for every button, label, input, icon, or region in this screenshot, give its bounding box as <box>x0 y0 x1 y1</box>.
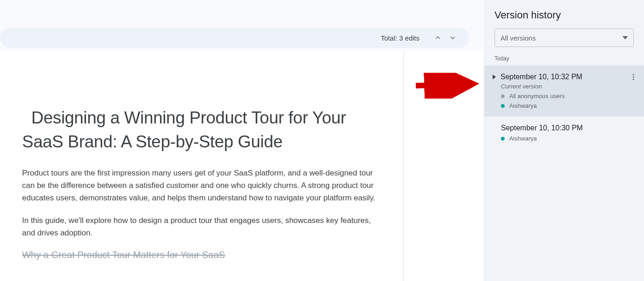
version-options-button[interactable] <box>629 73 638 83</box>
author-row: Aishwarya <box>501 102 634 109</box>
svg-point-1 <box>633 76 634 78</box>
author-dot-icon <box>501 137 505 140</box>
chevron-up-icon <box>434 34 442 42</box>
version-timestamp: September 10, 10:30 PM <box>501 124 583 132</box>
expand-triangle-icon[interactable] <box>493 75 496 79</box>
author-dot-icon <box>501 94 505 98</box>
version-header: September 10, 10:32 PM <box>494 73 634 81</box>
kebab-icon <box>629 73 638 81</box>
edits-bar: Total: 3 edits <box>0 28 469 48</box>
document-title: Designing a Winning Product Tour for You… <box>22 106 381 154</box>
prev-edit-button[interactable] <box>431 30 445 45</box>
svg-point-0 <box>633 74 634 75</box>
panel-title: Version history <box>484 0 644 29</box>
author-row: Aishwarya <box>501 135 634 142</box>
author-name: All anonymous users <box>509 93 565 100</box>
total-edits-label: Total: 3 edits <box>381 34 420 42</box>
version-item[interactable]: September 10, 10:30 PM Aishwarya <box>484 117 644 149</box>
author-name: Aishwarya <box>509 102 537 109</box>
document-area: Designing a Winning Product Tour for You… <box>0 52 483 281</box>
author-dot-icon <box>501 104 505 108</box>
document-subhead-strikethrough: Why a Great Product Tour Matters for You… <box>22 250 381 260</box>
version-history-panel: Version history All versions Today Septe… <box>484 0 644 281</box>
svg-point-2 <box>633 79 634 80</box>
next-edit-button[interactable] <box>445 30 460 45</box>
dropdown-caret-icon <box>622 35 628 41</box>
date-group-label: Today <box>484 55 644 65</box>
author-row: All anonymous users <box>501 93 634 100</box>
current-version-label: Current version <box>501 83 634 90</box>
version-header: September 10, 10:30 PM <box>501 124 634 132</box>
document-paragraph: In this guide, we'll explore how to desi… <box>22 214 381 239</box>
chevron-down-icon <box>448 34 457 42</box>
filter-selected-label: All versions <box>500 34 536 42</box>
version-filter-dropdown[interactable]: All versions <box>494 29 634 47</box>
document-page: Designing a Winning Product Tour for You… <box>22 52 404 281</box>
document-paragraph: Product tours are the first impression m… <box>22 167 381 205</box>
version-item-current[interactable]: September 10, 10:32 PM Current version A… <box>484 65 644 117</box>
author-name: Aishwarya <box>509 135 537 142</box>
version-timestamp: September 10, 10:32 PM <box>500 73 582 81</box>
